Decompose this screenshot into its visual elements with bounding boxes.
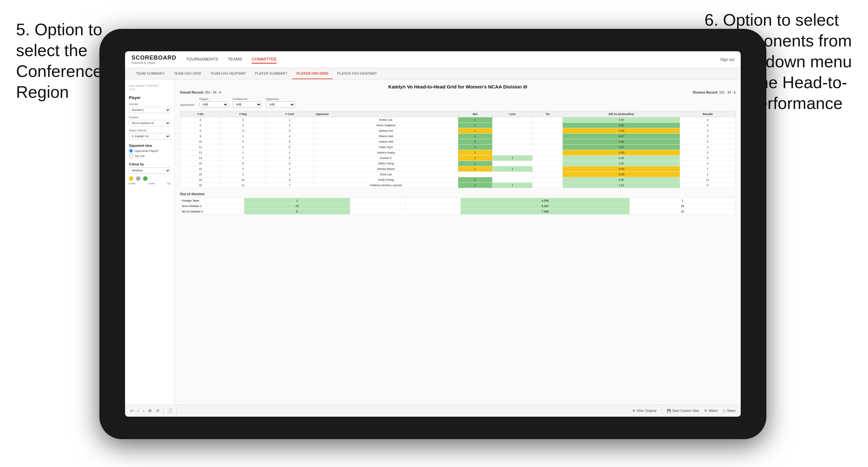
table-row: 14 7 4 Eunice Yi 2 2 0.38 9 (180, 155, 736, 161)
cell-conf: 2 (265, 123, 314, 128)
cell-loss (493, 128, 533, 134)
forward-icon[interactable]: › (143, 408, 144, 413)
ood-tie (405, 209, 461, 214)
cell-conf: 1 (265, 117, 314, 123)
legend-dot-level (136, 176, 141, 181)
clock-icon[interactable]: 🕐 (167, 408, 173, 413)
cell-conf: 7 (265, 183, 314, 188)
cell-opponent: Euna Lee (314, 172, 458, 177)
main-content: Last Updated: 27/03/2024 14:34 Player Ge… (125, 80, 741, 405)
nav-teams[interactable]: TEAMS (228, 56, 242, 63)
region-filter-select[interactable]: (All) (199, 101, 228, 108)
cell-opponent: Stella Cheng (314, 161, 458, 166)
colour-by-select[interactable]: Win/loss (129, 167, 170, 174)
cell-rounds: 3 (680, 123, 735, 128)
ood-win: 1 (244, 198, 350, 204)
opponent-filter-group: Opponent (All) (266, 97, 295, 108)
table-row: 13 1 1 Jessica Huang 1 -3.00 2 (180, 150, 736, 155)
cell-opponent: Alexis Sudjianto (314, 123, 458, 128)
tab-player-h2h-heatmap[interactable]: PLAYER H2H HEATMAP (333, 68, 381, 79)
save-custom-btn[interactable]: 💾 Save Custom View (667, 408, 699, 414)
back-icon[interactable]: ‹ (137, 408, 139, 413)
col-loss: Loss (493, 111, 533, 117)
cell-opponent: Emily Chang (314, 177, 458, 183)
cell-tie (533, 117, 563, 123)
top-nav: SCOREBOARD Powered by clippd TOURNAMENTS… (125, 51, 741, 68)
player-rank-select[interactable]: 8. Katelyn Vo (129, 133, 170, 139)
cell-reg: 8 (221, 161, 266, 166)
cell-diff: 4.00 (563, 139, 680, 145)
cell-loss (493, 134, 533, 139)
tab-player-h2h-grid[interactable]: PLAYER H2H GRID (292, 68, 333, 79)
tab-team-h2h-heatmap[interactable]: TEAM H2H HEATMAP (206, 68, 250, 79)
tab-team-summary[interactable]: TEAM SUMMARY (131, 68, 169, 79)
cell-win: 2 (458, 183, 493, 188)
cell-opponent: Andrea York (314, 139, 458, 145)
cell-tie (533, 123, 563, 128)
cell-rounds: 9 (680, 155, 735, 161)
cell-tie (533, 172, 563, 177)
ood-loss (350, 198, 406, 204)
tab-team-h2h-grid[interactable]: TEAM H2H GRID (169, 68, 206, 79)
col-diff: Diff Av Strokes/Rnd (563, 111, 680, 117)
cell-win: 1 (458, 123, 493, 128)
cell-reg: 2 (221, 166, 266, 172)
undo-icon[interactable]: ↩ (130, 408, 134, 413)
opponents-label: Opponents: (180, 103, 195, 108)
cell-loss (493, 172, 533, 177)
save-icon: 💾 (667, 409, 671, 412)
cell-reg: 10 (221, 177, 266, 183)
tab-player-summary[interactable]: PLAYER SUMMARY (250, 68, 292, 79)
cell-diff: -5.00 (563, 172, 680, 177)
ood-diff: 7.400 (461, 209, 630, 214)
col-div: # Div (180, 111, 221, 117)
nav-tournaments[interactable]: TOURNAMENTS (186, 56, 218, 63)
list-item: NCAA Division 2 5 7.400 10 (180, 209, 736, 214)
cell-reg: 2 (221, 145, 266, 150)
cell-tie (533, 155, 563, 161)
cell-win: 1 (458, 150, 493, 155)
view-original-btn[interactable]: 👁 View: Original (632, 408, 657, 414)
ood-table: Foreign Team 1 4.500 2 NAIA Division 1 1… (180, 198, 736, 214)
share-btn[interactable]: ⬡ Share (723, 408, 736, 414)
cell-div: 20 (180, 183, 221, 188)
cell-reg: 1 (221, 134, 266, 139)
cell-conf: 5 (265, 145, 314, 150)
division-record-label: Division Record: (693, 91, 718, 94)
watch-btn[interactable]: 👁 Watch (704, 408, 718, 414)
nav-sign-out[interactable]: Sign out (720, 57, 734, 62)
legend-down-label: Down (129, 182, 135, 185)
cell-win: 2 (458, 139, 493, 145)
cell-div: 15 (180, 161, 221, 166)
opponent-filter-select[interactable]: (All) (266, 101, 295, 108)
player-rank-label: Player (Rank) (129, 129, 170, 132)
cell-loss (493, 161, 533, 166)
scoreboard-logo: SCOREBOARD Powered by clippd (131, 55, 176, 64)
division-select[interactable]: NCAA Division III (129, 120, 170, 126)
ood-diff: 9.267 (461, 204, 630, 209)
list-item: NAIA Division 1 15 9.267 30 (180, 204, 736, 209)
gender-select[interactable]: Women's (129, 107, 170, 113)
cell-loss: 2 (493, 166, 533, 172)
cell-reg: 3 (221, 117, 266, 123)
col-reg: # Reg (221, 111, 266, 117)
cell-opponent: Sharon Mun (314, 134, 458, 139)
cell-conf: 4 (265, 134, 314, 139)
cell-div: 14 (180, 155, 221, 161)
cell-rounds: 6 (680, 183, 735, 188)
radio-top100[interactable]: Top 100 (129, 154, 170, 158)
nav-committee[interactable]: COMMITTEE (252, 56, 277, 63)
refresh-icon[interactable]: ↺ (156, 408, 159, 413)
sidebar: Last Updated: 27/03/2024 14:34 Player Ge… (125, 80, 175, 405)
cell-loss: 1 (493, 183, 533, 188)
records-row: Overall Record: 353 - 34 - 6 Division Re… (180, 91, 736, 94)
cell-rounds: 2 (680, 172, 735, 177)
cell-reg: 2 (221, 172, 266, 177)
cell-opponent: Jessica Huang (314, 150, 458, 155)
conference-filter-select[interactable]: (All) (233, 101, 262, 108)
settings-icon[interactable]: ⚙ (148, 408, 152, 413)
cell-win: 2 (458, 155, 493, 161)
radio-opponents-played[interactable]: Opponents Played (129, 149, 170, 153)
cell-rounds: 3 (680, 145, 735, 150)
ood-label: NAIA Division 1 (180, 204, 244, 209)
